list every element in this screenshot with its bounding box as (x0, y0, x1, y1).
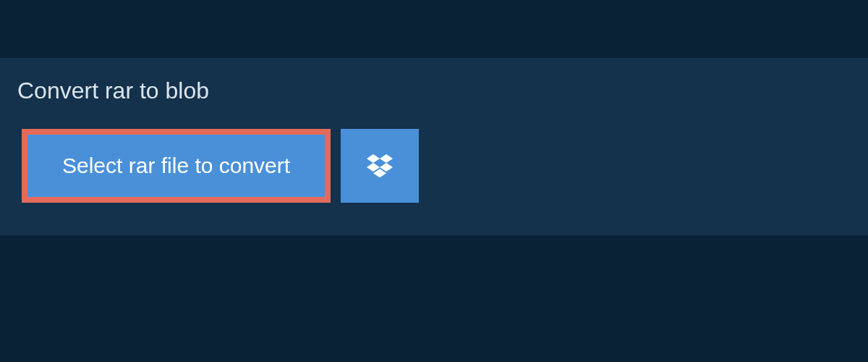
dropbox-button[interactable] (341, 129, 419, 203)
action-button-row: Select rar file to convert (22, 129, 419, 203)
converter-tab: Convert rar to blob (0, 65, 295, 116)
select-file-button[interactable]: Select rar file to convert (22, 129, 331, 203)
select-file-label: Select rar file to convert (62, 153, 290, 178)
page-title: Convert rar to blob (17, 77, 209, 104)
dropbox-icon (367, 152, 393, 180)
